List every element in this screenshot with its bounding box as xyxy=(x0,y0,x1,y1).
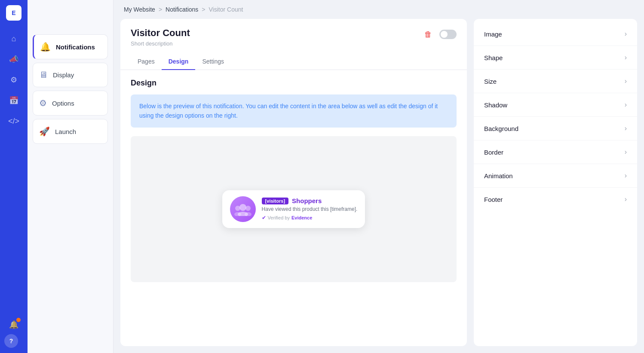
verified-label: Verified by xyxy=(268,215,290,220)
tabs: Pages Design Settings xyxy=(120,54,467,70)
notifications-nav-label: Notifications xyxy=(56,43,95,51)
breadcrumb-current: Visitor Count xyxy=(209,6,243,13)
image-label: Image xyxy=(484,30,502,38)
sidebar: E ⌂ 📣 ⚙ 📅 </> 🔔 ? xyxy=(0,0,28,353)
svg-point-2 xyxy=(245,206,251,211)
visitors-badge: [visitors] xyxy=(262,198,288,204)
notification-bell-icon[interactable]: 🔔 xyxy=(4,315,23,334)
chevron-right-icon: › xyxy=(625,101,627,109)
notification-title: [visitors] Shoppers xyxy=(262,197,358,204)
footer-item[interactable]: Footer › xyxy=(474,188,637,211)
breadcrumb: My Website > Notifications > Visitor Cou… xyxy=(113,0,644,19)
launch-nav-label: Launch xyxy=(55,128,76,135)
footer-label: Footer xyxy=(484,196,503,203)
display-nav-label: Display xyxy=(53,71,74,79)
chevron-right-icon: › xyxy=(625,148,627,156)
notification-content: [visitors] Shoppers Have viewed this pro… xyxy=(262,197,358,221)
background-label: Background xyxy=(484,125,518,132)
display-nav[interactable]: 🖥 Display xyxy=(33,63,108,87)
panel-header: Visitor Count Short description 🗑 xyxy=(120,19,467,47)
notifications-nav[interactable]: 🔔 Notifications xyxy=(33,34,108,59)
options-nav-icon: ⚙ xyxy=(39,98,47,108)
nav-panel: 🔔 Notifications 🖥 Display ⚙ Options 🚀 La… xyxy=(28,0,113,353)
chevron-right-icon: › xyxy=(625,195,627,203)
chevron-right-icon: › xyxy=(625,30,627,38)
shadow-label: Shadow xyxy=(484,101,507,109)
content-wrapper: Visitor Count Short description 🗑 Pages … xyxy=(113,19,644,353)
evidence-link: Evidence xyxy=(291,215,312,220)
settings-icon[interactable]: ⚙ xyxy=(4,70,23,89)
design-section: Design Below is the preview of this noti… xyxy=(120,70,467,346)
code-icon[interactable]: </> xyxy=(4,112,23,131)
settings-tab[interactable]: Settings xyxy=(195,54,231,70)
breadcrumb-home[interactable]: My Website xyxy=(124,6,155,13)
info-banner: Below is the preview of this notificatio… xyxy=(131,94,457,128)
chevron-right-icon: › xyxy=(625,172,627,180)
toggle-switch[interactable] xyxy=(439,30,457,39)
right-panel: Image › Shape › Size › Shadow › Backgrou… xyxy=(474,19,637,346)
size-item[interactable]: Size › xyxy=(474,70,637,93)
preview-area: [visitors] Shoppers Have viewed this pro… xyxy=(131,136,457,282)
notification-name: Shoppers xyxy=(292,197,322,204)
section-heading: Design xyxy=(131,79,457,88)
chevron-right-icon: › xyxy=(625,54,627,61)
panel-header-actions: 🗑 xyxy=(421,27,457,41)
display-nav-icon: 🖥 xyxy=(39,70,48,80)
shape-item[interactable]: Shape › xyxy=(474,46,637,70)
launch-nav-icon: 🚀 xyxy=(39,126,50,137)
notification-preview-card: [visitors] Shoppers Have viewed this pro… xyxy=(222,190,365,228)
home-icon[interactable]: ⌂ xyxy=(4,29,23,48)
calendar-icon[interactable]: 📅 xyxy=(4,91,23,110)
help-icon[interactable]: ? xyxy=(4,334,18,348)
notification-text: Have viewed this product this [timeframe… xyxy=(262,206,358,212)
animation-label: Animation xyxy=(484,172,513,180)
size-label: Size xyxy=(484,78,497,85)
avatar xyxy=(230,196,256,222)
chevron-right-icon: › xyxy=(625,125,627,132)
options-nav[interactable]: ⚙ Options xyxy=(33,91,108,116)
notification-verified: ✔ Verified by Evidence xyxy=(262,215,358,221)
svg-point-1 xyxy=(235,206,240,211)
options-nav-label: Options xyxy=(52,100,74,107)
svg-point-0 xyxy=(239,204,246,211)
megaphone-icon[interactable]: 📣 xyxy=(4,50,23,69)
notification-dot xyxy=(16,318,21,322)
design-tab[interactable]: Design xyxy=(162,54,196,70)
image-item[interactable]: Image › xyxy=(474,22,637,46)
panel-description: Short description xyxy=(131,40,190,47)
notifications-nav-icon: 🔔 xyxy=(40,42,51,52)
app-logo[interactable]: E xyxy=(6,5,21,21)
chevron-right-icon: › xyxy=(625,77,627,85)
main-area: My Website > Notifications > Visitor Cou… xyxy=(113,0,644,353)
main-panel: Visitor Count Short description 🗑 Pages … xyxy=(120,19,467,346)
breadcrumb-notifications[interactable]: Notifications xyxy=(166,6,198,13)
animation-item[interactable]: Animation › xyxy=(474,164,637,188)
pages-tab[interactable]: Pages xyxy=(131,54,162,70)
panel-title: Visitor Count xyxy=(131,27,190,39)
border-item[interactable]: Border › xyxy=(474,140,637,164)
launch-nav[interactable]: 🚀 Launch xyxy=(33,119,108,144)
checkmark-icon: ✔ xyxy=(262,215,266,221)
border-label: Border xyxy=(484,149,503,156)
delete-button[interactable]: 🗑 xyxy=(421,27,435,41)
background-item[interactable]: Background › xyxy=(474,117,637,140)
shape-label: Shape xyxy=(484,54,503,61)
info-text: Below is the preview of this notificatio… xyxy=(139,101,448,121)
shadow-item[interactable]: Shadow › xyxy=(474,93,637,117)
